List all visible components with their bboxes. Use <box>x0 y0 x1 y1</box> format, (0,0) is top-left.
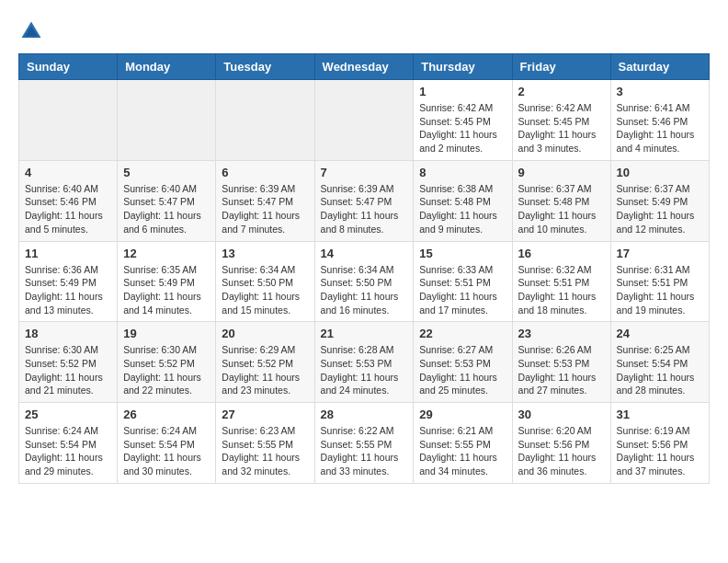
day-info: Sunrise: 6:29 AM Sunset: 5:52 PM Dayligh… <box>222 343 308 397</box>
day-number: 5 <box>123 166 210 179</box>
calendar-cell: 19Sunrise: 6:30 AM Sunset: 5:52 PM Dayli… <box>118 322 216 403</box>
calendar-weekday-friday: Friday <box>512 54 610 80</box>
day-info: Sunrise: 6:38 AM Sunset: 5:48 PM Dayligh… <box>419 182 506 236</box>
day-info: Sunrise: 6:27 AM Sunset: 5:53 PM Dayligh… <box>419 343 506 397</box>
calendar-cell: 14Sunrise: 6:34 AM Sunset: 5:50 PM Dayli… <box>314 241 414 322</box>
calendar-cell <box>216 80 314 161</box>
day-info: Sunrise: 6:31 AM Sunset: 5:51 PM Dayligh… <box>617 263 703 317</box>
day-number: 22 <box>419 327 506 340</box>
day-number: 13 <box>222 247 308 260</box>
calendar-cell: 5Sunrise: 6:40 AM Sunset: 5:47 PM Daylig… <box>118 160 216 241</box>
calendar-cell: 10Sunrise: 6:37 AM Sunset: 5:49 PM Dayli… <box>610 160 709 241</box>
day-number: 16 <box>518 247 605 260</box>
day-number: 29 <box>419 408 506 421</box>
calendar-week-1: 1Sunrise: 6:42 AM Sunset: 5:45 PM Daylig… <box>19 80 710 161</box>
calendar-cell: 1Sunrise: 6:42 AM Sunset: 5:45 PM Daylig… <box>414 80 512 161</box>
day-info: Sunrise: 6:19 AM Sunset: 5:56 PM Dayligh… <box>617 424 703 478</box>
calendar-cell: 9Sunrise: 6:37 AM Sunset: 5:48 PM Daylig… <box>512 160 610 241</box>
calendar-cell: 27Sunrise: 6:23 AM Sunset: 5:55 PM Dayli… <box>216 403 314 484</box>
calendar-cell: 26Sunrise: 6:24 AM Sunset: 5:54 PM Dayli… <box>118 403 216 484</box>
calendar-cell: 25Sunrise: 6:24 AM Sunset: 5:54 PM Dayli… <box>19 403 118 484</box>
day-number: 11 <box>25 247 111 260</box>
day-info: Sunrise: 6:37 AM Sunset: 5:49 PM Dayligh… <box>617 182 703 236</box>
calendar-cell: 22Sunrise: 6:27 AM Sunset: 5:53 PM Dayli… <box>414 322 512 403</box>
day-number: 23 <box>518 327 605 340</box>
day-number: 26 <box>123 408 210 421</box>
calendar-week-2: 4Sunrise: 6:40 AM Sunset: 5:46 PM Daylig… <box>19 160 710 241</box>
day-info: Sunrise: 6:40 AM Sunset: 5:47 PM Dayligh… <box>123 182 210 236</box>
day-number: 25 <box>25 408 111 421</box>
calendar-cell: 15Sunrise: 6:33 AM Sunset: 5:51 PM Dayli… <box>414 241 512 322</box>
calendar-cell: 30Sunrise: 6:20 AM Sunset: 5:56 PM Dayli… <box>512 403 610 484</box>
day-info: Sunrise: 6:25 AM Sunset: 5:54 PM Dayligh… <box>617 343 703 397</box>
day-info: Sunrise: 6:26 AM Sunset: 5:53 PM Dayligh… <box>518 343 605 397</box>
calendar-cell: 11Sunrise: 6:36 AM Sunset: 5:49 PM Dayli… <box>19 241 118 322</box>
day-info: Sunrise: 6:37 AM Sunset: 5:48 PM Dayligh… <box>518 182 605 236</box>
calendar-cell <box>314 80 414 161</box>
day-number: 15 <box>419 247 506 260</box>
day-info: Sunrise: 6:20 AM Sunset: 5:56 PM Dayligh… <box>518 424 605 478</box>
logo-icon <box>18 18 44 44</box>
calendar-weekday-monday: Monday <box>118 54 216 80</box>
day-info: Sunrise: 6:41 AM Sunset: 5:46 PM Dayligh… <box>617 101 703 155</box>
calendar-cell: 3Sunrise: 6:41 AM Sunset: 5:46 PM Daylig… <box>610 80 709 161</box>
day-number: 1 <box>419 85 506 98</box>
day-number: 24 <box>617 327 703 340</box>
day-info: Sunrise: 6:21 AM Sunset: 5:55 PM Dayligh… <box>419 424 506 478</box>
day-info: Sunrise: 6:35 AM Sunset: 5:49 PM Dayligh… <box>123 263 210 317</box>
calendar-cell: 8Sunrise: 6:38 AM Sunset: 5:48 PM Daylig… <box>414 160 512 241</box>
calendar-cell: 31Sunrise: 6:19 AM Sunset: 5:56 PM Dayli… <box>610 403 709 484</box>
day-info: Sunrise: 6:34 AM Sunset: 5:50 PM Dayligh… <box>222 263 308 317</box>
day-info: Sunrise: 6:42 AM Sunset: 5:45 PM Dayligh… <box>419 101 506 155</box>
calendar-cell: 23Sunrise: 6:26 AM Sunset: 5:53 PM Dayli… <box>512 322 610 403</box>
day-number: 10 <box>617 166 703 179</box>
day-info: Sunrise: 6:30 AM Sunset: 5:52 PM Dayligh… <box>123 343 210 397</box>
day-info: Sunrise: 6:24 AM Sunset: 5:54 PM Dayligh… <box>25 424 111 478</box>
day-info: Sunrise: 6:39 AM Sunset: 5:47 PM Dayligh… <box>321 182 408 236</box>
day-number: 27 <box>222 408 308 421</box>
day-info: Sunrise: 6:32 AM Sunset: 5:51 PM Dayligh… <box>518 263 605 317</box>
day-number: 14 <box>321 247 408 260</box>
day-info: Sunrise: 6:24 AM Sunset: 5:54 PM Dayligh… <box>123 424 210 478</box>
day-info: Sunrise: 6:28 AM Sunset: 5:53 PM Dayligh… <box>321 343 408 397</box>
day-number: 31 <box>617 408 703 421</box>
day-number: 9 <box>518 166 605 179</box>
day-info: Sunrise: 6:23 AM Sunset: 5:55 PM Dayligh… <box>222 424 308 478</box>
calendar-weekday-sunday: Sunday <box>19 54 118 80</box>
day-number: 21 <box>321 327 408 340</box>
day-info: Sunrise: 6:42 AM Sunset: 5:45 PM Dayligh… <box>518 101 605 155</box>
day-number: 2 <box>518 85 605 98</box>
day-number: 19 <box>123 327 210 340</box>
calendar-cell: 4Sunrise: 6:40 AM Sunset: 5:46 PM Daylig… <box>19 160 118 241</box>
day-number: 3 <box>617 85 703 98</box>
calendar-cell: 21Sunrise: 6:28 AM Sunset: 5:53 PM Dayli… <box>314 322 414 403</box>
page-header <box>18 18 710 44</box>
day-number: 6 <box>222 166 308 179</box>
calendar-cell: 18Sunrise: 6:30 AM Sunset: 5:52 PM Dayli… <box>19 322 118 403</box>
calendar-cell: 7Sunrise: 6:39 AM Sunset: 5:47 PM Daylig… <box>314 160 414 241</box>
logo <box>18 18 48 44</box>
calendar-cell: 12Sunrise: 6:35 AM Sunset: 5:49 PM Dayli… <box>118 241 216 322</box>
calendar-weekday-thursday: Thursday <box>414 54 512 80</box>
day-info: Sunrise: 6:40 AM Sunset: 5:46 PM Dayligh… <box>25 182 111 236</box>
calendar-cell: 20Sunrise: 6:29 AM Sunset: 5:52 PM Dayli… <box>216 322 314 403</box>
calendar-cell: 13Sunrise: 6:34 AM Sunset: 5:50 PM Dayli… <box>216 241 314 322</box>
calendar-cell <box>19 80 118 161</box>
calendar-weekday-saturday: Saturday <box>610 54 709 80</box>
day-number: 30 <box>518 408 605 421</box>
calendar-week-4: 18Sunrise: 6:30 AM Sunset: 5:52 PM Dayli… <box>19 322 710 403</box>
calendar-cell: 24Sunrise: 6:25 AM Sunset: 5:54 PM Dayli… <box>610 322 709 403</box>
day-number: 28 <box>321 408 408 421</box>
calendar-weekday-wednesday: Wednesday <box>314 54 414 80</box>
day-info: Sunrise: 6:34 AM Sunset: 5:50 PM Dayligh… <box>321 263 408 317</box>
day-info: Sunrise: 6:39 AM Sunset: 5:47 PM Dayligh… <box>222 182 308 236</box>
day-number: 20 <box>222 327 308 340</box>
calendar-cell: 28Sunrise: 6:22 AM Sunset: 5:55 PM Dayli… <box>314 403 414 484</box>
calendar-cell: 6Sunrise: 6:39 AM Sunset: 5:47 PM Daylig… <box>216 160 314 241</box>
calendar-cell: 2Sunrise: 6:42 AM Sunset: 5:45 PM Daylig… <box>512 80 610 161</box>
day-number: 17 <box>617 247 703 260</box>
day-number: 18 <box>25 327 111 340</box>
day-number: 12 <box>123 247 210 260</box>
calendar-cell: 17Sunrise: 6:31 AM Sunset: 5:51 PM Dayli… <box>610 241 709 322</box>
day-number: 4 <box>25 166 111 179</box>
